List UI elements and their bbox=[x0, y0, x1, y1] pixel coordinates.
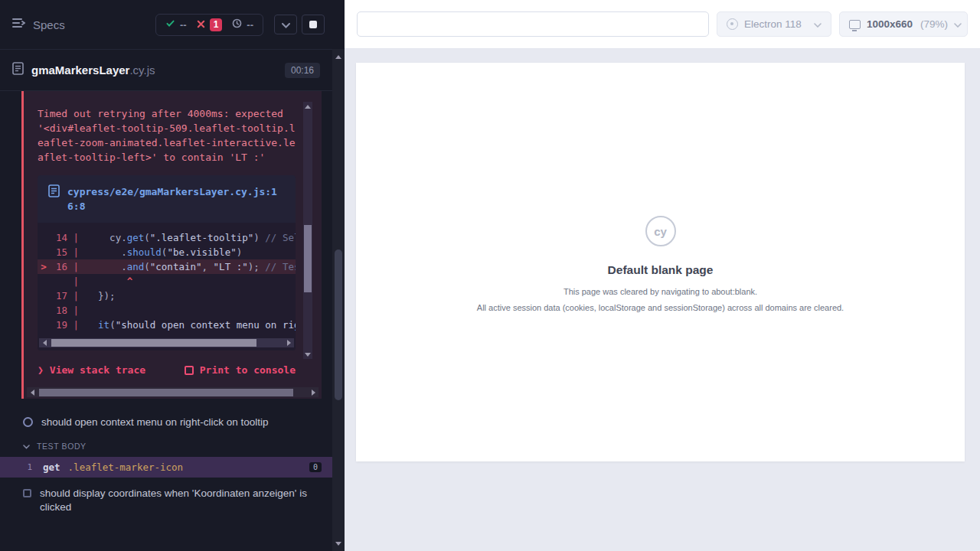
reporter-panel: Specs -- 1 -- bbox=[0, 0, 345, 551]
stop-run-button[interactable] bbox=[302, 15, 325, 34]
stat-passed: -- bbox=[165, 18, 187, 31]
cypress-app: Specs -- 1 -- bbox=[0, 0, 980, 551]
viewport-size: 1000x660 bbox=[867, 18, 913, 30]
aut-header: Electron 118 1000x660 (79%) bbox=[345, 0, 980, 49]
scroll-left-icon[interactable] bbox=[39, 338, 50, 347]
x-icon bbox=[197, 19, 205, 31]
command-method: get bbox=[43, 461, 60, 473]
scroll-right-icon[interactable] bbox=[308, 388, 318, 397]
chevron-down-icon bbox=[954, 18, 962, 30]
reporter-scrollbar[interactable] bbox=[332, 49, 345, 551]
pending-test-icon bbox=[23, 489, 31, 497]
viewport-zoom: (79%) bbox=[920, 18, 948, 30]
reporter-content: Timed out retrying after 4000ms: expecte… bbox=[0, 91, 332, 519]
chevron-down-icon bbox=[23, 442, 30, 451]
failed-count-badge: 1 bbox=[210, 18, 223, 31]
scrollbar-thumb[interactable] bbox=[304, 225, 312, 292]
test-error-block: Timed out retrying after 4000ms: expecte… bbox=[21, 91, 322, 399]
code-frame-file-header: cypress/e2e/gmaMarkersLayer.cy.js:16:8 bbox=[38, 175, 296, 223]
chevron-down-icon bbox=[814, 18, 822, 30]
test-title: should open context menu on right-click … bbox=[41, 416, 268, 429]
aut-panel: Electron 118 1000x660 (79%) cy Default b… bbox=[345, 0, 980, 551]
scroll-right-icon[interactable] bbox=[283, 338, 294, 347]
code-line-caret: | ^ bbox=[38, 274, 296, 289]
scrollbar-thumb[interactable] bbox=[335, 249, 342, 400]
code-line-highlighted: > 16 | .and("contain", "LT :"); // Test bbox=[38, 259, 296, 274]
stat-failed: 1 bbox=[197, 18, 223, 31]
scrollbar-thumb[interactable] bbox=[51, 339, 256, 347]
scroll-down-icon[interactable] bbox=[332, 537, 345, 549]
code-frame-snippet: 14 | cy.get(".leaflet-tooltip") // Sele … bbox=[38, 223, 296, 350]
test-item-running[interactable]: should open context menu on right-click … bbox=[0, 406, 332, 434]
command-number: 1 bbox=[0, 462, 43, 472]
viewport-icon bbox=[849, 20, 861, 29]
collapse-tests-button[interactable] bbox=[274, 15, 297, 34]
blank-page-message: cy Default blank page This page was clea… bbox=[356, 216, 965, 314]
chevron-right-icon: ❯ bbox=[38, 364, 44, 376]
running-test-icon bbox=[23, 417, 33, 427]
specs-menu-icon[interactable] bbox=[12, 18, 25, 31]
specs-label: Specs bbox=[33, 18, 65, 31]
code-line: 17 | }); bbox=[38, 289, 296, 303]
reporter-header: Specs -- 1 -- bbox=[0, 0, 332, 49]
code-line: 18 | bbox=[38, 303, 296, 318]
stop-icon bbox=[309, 21, 317, 28]
scroll-up-icon[interactable] bbox=[303, 102, 312, 111]
aut-viewport-area: cy Default blank page This page was clea… bbox=[345, 49, 980, 551]
spec-header: gmaMarkersLayer.cy.js 00:16 bbox=[0, 49, 332, 91]
check-icon bbox=[165, 18, 175, 31]
error-actions: ❯ View stack trace Print to console bbox=[38, 364, 296, 376]
url-input[interactable] bbox=[357, 11, 709, 37]
browser-name: Electron 118 bbox=[744, 18, 808, 30]
blank-page-line1: This page was cleared by navigating to a… bbox=[356, 285, 965, 298]
error-file-link[interactable]: cypress/e2e/gmaMarkersLayer.cy.js:16:8 bbox=[67, 184, 285, 214]
test-item-pending[interactable]: should display coordinates when 'Koordin… bbox=[0, 478, 332, 519]
command-log-row[interactable]: 1 get .leaflet-marker-icon 0 bbox=[0, 457, 332, 478]
code-line: 14 | cy.get(".leaflet-tooltip") // Sele bbox=[38, 230, 296, 245]
blank-page-title: Default blank page bbox=[356, 263, 965, 277]
code-frame: cypress/e2e/gmaMarkersLayer.cy.js:16:8 1… bbox=[38, 175, 296, 350]
scrollbar-thumb[interactable] bbox=[39, 389, 293, 396]
test-title: should display coordinates when 'Koordin… bbox=[40, 487, 317, 514]
error-horizontal-scrollbar[interactable] bbox=[27, 387, 318, 397]
error-message: Timed out retrying after 4000ms: expecte… bbox=[38, 106, 296, 165]
console-icon bbox=[185, 366, 194, 375]
spec-file-icon bbox=[12, 62, 24, 78]
command-selector: .leaflet-marker-icon bbox=[68, 461, 309, 473]
scroll-up-icon[interactable] bbox=[332, 51, 345, 63]
scroll-left-icon[interactable] bbox=[27, 388, 38, 397]
error-vertical-scrollbar[interactable] bbox=[303, 102, 312, 359]
cypress-logo: cy bbox=[645, 216, 676, 246]
blank-page-line2: All active session data (cookies, localS… bbox=[356, 302, 965, 314]
print-to-console-link[interactable]: Print to console bbox=[185, 364, 296, 376]
stat-pending: -- bbox=[232, 18, 253, 31]
test-stats: -- 1 -- bbox=[155, 14, 263, 36]
browser-select[interactable]: Electron 118 bbox=[717, 11, 831, 37]
spec-duration-badge: 00:16 bbox=[285, 63, 320, 78]
test-body-section-header[interactable]: TEST BODY bbox=[0, 434, 332, 457]
electron-browser-icon bbox=[727, 18, 738, 30]
view-stack-trace-link[interactable]: ❯ View stack trace bbox=[38, 364, 145, 376]
code-line: 15 | .should("be.visible") bbox=[38, 245, 296, 259]
file-icon bbox=[48, 184, 60, 201]
spec-name: gmaMarkersLayer.cy.js bbox=[31, 64, 285, 77]
aut-page: cy Default blank page This page was clea… bbox=[356, 63, 965, 461]
code-line: 19 | it("should open context menu on rig… bbox=[38, 318, 296, 332]
command-count-badge: 0 bbox=[309, 462, 322, 472]
viewport-select[interactable]: 1000x660 (79%) bbox=[839, 11, 968, 37]
scroll-down-icon[interactable] bbox=[303, 350, 312, 359]
code-horizontal-scrollbar[interactable] bbox=[39, 338, 294, 347]
clock-icon bbox=[232, 18, 242, 31]
chevron-down-icon bbox=[282, 19, 290, 31]
